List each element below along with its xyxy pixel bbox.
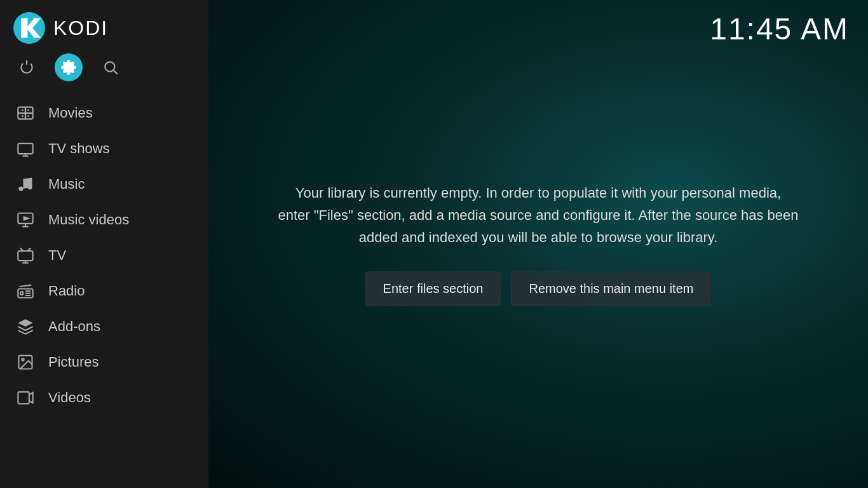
sidebar-item-add-ons-label: Add-ons (48, 318, 100, 335)
sidebar-item-music-videos-label: Music videos (48, 212, 129, 228)
toolbar (0, 53, 208, 93)
svg-marker-17 (24, 217, 29, 220)
music-videos-icon (15, 210, 36, 230)
svg-line-27 (20, 285, 32, 287)
tv-icon (15, 245, 36, 266)
svg-rect-20 (18, 251, 32, 261)
action-buttons: Enter files section Remove this main men… (365, 271, 712, 306)
kodi-logo-icon (13, 11, 46, 44)
videos-icon (15, 388, 36, 408)
main-content: 11:45 AM Your library is currently empty… (208, 0, 868, 488)
sidebar-item-add-ons[interactable]: Add-ons (0, 309, 208, 344)
svg-point-8 (27, 115, 29, 117)
enter-files-button[interactable]: Enter files section (365, 271, 501, 306)
settings-button[interactable] (55, 53, 83, 81)
sidebar-item-tv[interactable]: TV (0, 238, 208, 273)
sidebar-item-videos[interactable]: Videos (0, 380, 208, 416)
svg-point-2 (105, 62, 114, 71)
clock-display: 11:45 AM (710, 11, 849, 46)
app-title: KODI (53, 17, 108, 40)
sidebar-item-music[interactable]: Music (0, 166, 208, 202)
svg-point-15 (28, 185, 32, 189)
sidebar-item-pictures[interactable]: Pictures (0, 344, 208, 380)
sidebar: KODI (0, 0, 208, 488)
tv-shows-icon (15, 139, 36, 159)
sidebar-item-tv-shows-label: TV shows (48, 140, 110, 157)
sidebar-item-tv-label: TV (48, 247, 66, 264)
sidebar-item-movies[interactable]: Movies (0, 95, 208, 131)
remove-menu-item-button[interactable]: Remove this main menu item (511, 271, 711, 306)
svg-point-5 (22, 109, 24, 111)
logo-area: KODI (0, 0, 208, 53)
svg-rect-11 (18, 144, 32, 154)
radio-icon (15, 281, 36, 301)
sidebar-item-radio[interactable]: Radio (0, 273, 208, 309)
svg-rect-33 (18, 392, 29, 404)
svg-line-3 (114, 71, 118, 74)
music-icon (15, 174, 36, 194)
sidebar-item-tv-shows[interactable]: TV shows (0, 131, 208, 166)
sidebar-item-radio-label: Radio (48, 283, 85, 299)
content-area: Your library is currently empty. In orde… (208, 0, 868, 488)
svg-point-32 (22, 358, 24, 361)
add-ons-icon (15, 316, 36, 337)
sidebar-item-movies-label: Movies (48, 105, 93, 121)
nav-menu: Movies TV shows Music (0, 93, 208, 488)
svg-point-6 (27, 109, 29, 111)
sidebar-item-music-videos[interactable]: Music videos (0, 202, 208, 238)
search-button[interactable] (97, 53, 125, 81)
svg-point-7 (22, 115, 24, 117)
svg-point-14 (19, 187, 24, 191)
pictures-icon (15, 352, 36, 372)
power-button[interactable] (13, 53, 41, 81)
sidebar-item-music-label: Music (48, 176, 85, 193)
svg-rect-10 (25, 107, 26, 119)
svg-point-26 (20, 292, 24, 295)
sidebar-item-pictures-label: Pictures (48, 354, 98, 370)
library-empty-message: Your library is currently empty. In orde… (278, 182, 799, 249)
sidebar-item-videos-label: Videos (48, 390, 91, 406)
movies-icon (15, 103, 36, 123)
